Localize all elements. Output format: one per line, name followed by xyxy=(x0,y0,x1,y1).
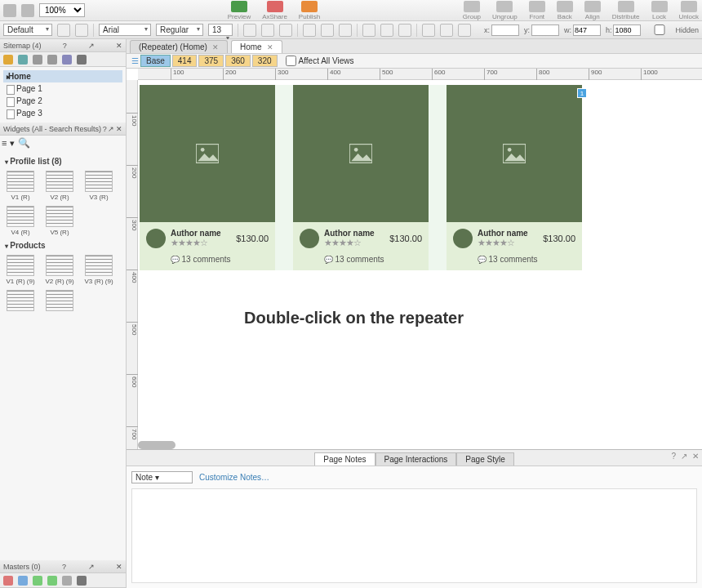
sitemap-item-page1[interactable]: Page 1 xyxy=(3,82,122,95)
widget-item[interactable]: V2 (R) xyxy=(42,169,77,203)
close-icon[interactable]: ✕ xyxy=(267,43,273,51)
repeater-card[interactable]: Author name ★★★★☆ $130.00 13 comments xyxy=(447,85,582,270)
move-up-icon[interactable] xyxy=(33,55,42,65)
move-down-icon[interactable] xyxy=(47,55,57,65)
master-down-icon[interactable] xyxy=(47,576,57,586)
master-up-icon[interactable] xyxy=(33,576,42,586)
tab-home[interactable]: Home✕ xyxy=(231,40,282,53)
add-master-folder-icon[interactable] xyxy=(18,576,28,586)
font-weight-combo[interactable]: Regular xyxy=(156,24,203,36)
align-center-button[interactable] xyxy=(380,24,393,37)
h-input[interactable] xyxy=(613,24,641,36)
widget-group-profile[interactable]: Profile list (8) xyxy=(3,154,122,169)
widget-item[interactable]: V3 (R) (9) xyxy=(82,253,116,287)
valign-top-button[interactable] xyxy=(422,24,435,37)
style-combo[interactable]: Default xyxy=(3,24,52,36)
repeater-widget[interactable]: 1 Author name ★★★★☆ $130.00 xyxy=(140,85,582,270)
italic-button[interactable] xyxy=(261,24,274,37)
group-button[interactable]: Group xyxy=(463,1,481,20)
text-color-button[interactable] xyxy=(303,24,316,37)
close-icon[interactable]: ✕ xyxy=(212,43,219,51)
library-menu-icon[interactable]: ≡ xyxy=(2,138,7,148)
delete-page-icon[interactable] xyxy=(62,55,72,65)
adaptive-320-button[interactable]: 320 xyxy=(252,55,278,67)
x-input[interactable] xyxy=(491,24,519,36)
adaptive-414-button[interactable]: 414 xyxy=(172,55,198,67)
customize-notes-link[interactable]: Customize Notes… xyxy=(199,473,269,482)
canvas[interactable]: 1 Author name ★★★★☆ $130.00 xyxy=(138,80,702,449)
search-icon[interactable]: 🔍 xyxy=(18,137,30,149)
masters-help-icon[interactable]: ? xyxy=(62,563,66,571)
masters-close-icon[interactable]: ✕ xyxy=(116,563,122,571)
widget-item[interactable]: V5 (R) xyxy=(42,204,77,238)
sitemap-help-icon[interactable]: ? xyxy=(63,42,67,50)
border-color-button[interactable] xyxy=(339,24,352,37)
add-master-icon[interactable] xyxy=(3,576,13,586)
bottom-close-icon[interactable]: ✕ xyxy=(692,452,699,461)
widgets-pop-icon[interactable]: ↗ xyxy=(108,125,114,133)
zoom-select[interactable]: 100% xyxy=(39,3,85,17)
w-input[interactable] xyxy=(573,24,601,36)
lock-button[interactable]: Lock xyxy=(651,1,668,20)
distribute-button[interactable]: Distribute xyxy=(612,1,640,20)
sitemap-pop-icon[interactable]: ↗ xyxy=(88,42,95,50)
align-button[interactable]: Align xyxy=(584,1,601,20)
horizontal-scrollbar[interactable] xyxy=(138,441,176,449)
note-type-select[interactable]: Note ▾ xyxy=(131,471,193,483)
font-size-combo[interactable]: 13 xyxy=(208,24,233,36)
valign-bottom-button[interactable] xyxy=(458,24,471,37)
widget-item[interactable] xyxy=(3,288,38,313)
master-delete-icon[interactable] xyxy=(62,576,72,586)
repeater-card[interactable]: Author name ★★★★☆ $130.00 13 comments xyxy=(293,85,429,270)
add-folder-icon[interactable] xyxy=(18,55,28,65)
master-search-icon[interactable] xyxy=(77,576,87,586)
repeater-card[interactable]: Author name ★★★★☆ $130.00 13 comments xyxy=(140,85,275,270)
style-paint-icon[interactable] xyxy=(75,24,88,37)
axshare-button[interactable]: AxShare xyxy=(262,1,287,20)
back-button[interactable]: Back xyxy=(557,1,573,20)
adaptive-base-button[interactable]: Base xyxy=(140,55,171,67)
adaptive-360-button[interactable]: 360 xyxy=(225,55,251,67)
ungroup-button[interactable]: Ungroup xyxy=(492,1,518,20)
tab-repeater[interactable]: (Repeater) (Home)✕ xyxy=(130,40,228,53)
selection-mode-icon[interactable] xyxy=(3,4,16,17)
search-sitemap-icon[interactable] xyxy=(77,55,87,65)
y-input[interactable] xyxy=(531,24,559,36)
widget-item[interactable]: V2 (R) (9) xyxy=(42,253,77,287)
tab-page-style[interactable]: Page Style xyxy=(456,452,513,466)
preview-button[interactable]: Preview xyxy=(228,1,251,20)
widget-group-products[interactable]: Products xyxy=(3,238,122,253)
widgets-close-icon[interactable]: ✕ xyxy=(116,125,122,133)
sitemap-item-page2[interactable]: Page 2 xyxy=(3,95,122,107)
widget-item[interactable]: V1 (R) xyxy=(3,169,38,203)
fill-color-button[interactable] xyxy=(321,24,334,37)
bottom-pop-icon[interactable]: ↗ xyxy=(681,452,687,461)
sitemap-item-home[interactable]: Home xyxy=(3,70,122,82)
align-right-button[interactable] xyxy=(398,24,411,37)
sitemap-item-page3[interactable]: Page 3 xyxy=(3,107,122,119)
tab-page-notes[interactable]: Page Notes xyxy=(314,452,375,466)
style-apply-icon[interactable] xyxy=(57,24,70,37)
library-options-icon[interactable]: ▾ xyxy=(10,138,15,149)
adaptive-menu-icon[interactable]: ☰ xyxy=(131,56,139,65)
add-page-icon[interactable] xyxy=(3,55,13,65)
sitemap-close-icon[interactable]: ✕ xyxy=(116,42,122,50)
bottom-help-icon[interactable]: ? xyxy=(671,452,676,461)
widget-item[interactable]: V4 (R) xyxy=(3,204,38,238)
widget-item[interactable]: V1 (R) (9) xyxy=(3,253,38,287)
hidden-checkbox[interactable]: Hidden xyxy=(646,24,699,35)
widget-item[interactable]: V3 (R) xyxy=(82,169,116,203)
masters-pop-icon[interactable]: ↗ xyxy=(88,563,95,571)
font-combo[interactable]: Arial xyxy=(99,24,151,36)
widget-item[interactable] xyxy=(42,288,77,313)
affect-all-checkbox[interactable]: Affect All Views xyxy=(286,56,354,66)
valign-middle-button[interactable] xyxy=(440,24,453,37)
front-button[interactable]: Front xyxy=(529,1,545,20)
adaptive-375-button[interactable]: 375 xyxy=(198,55,224,67)
widgets-help-icon[interactable]: ? xyxy=(103,125,107,133)
publish-button[interactable]: Publish xyxy=(299,1,320,20)
note-textarea[interactable] xyxy=(131,488,697,583)
align-left-button[interactable] xyxy=(362,24,375,37)
zoom-icon[interactable] xyxy=(21,4,34,17)
underline-button[interactable] xyxy=(279,24,292,37)
